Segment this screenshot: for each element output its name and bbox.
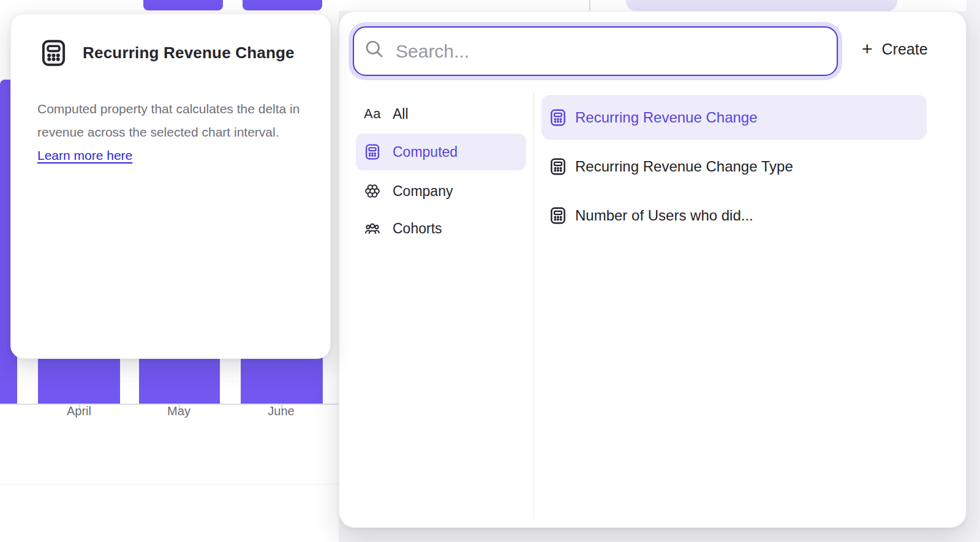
- property-picker-panel: + Create Aa All Computed Company Cohorts…: [339, 11, 967, 528]
- cohorts-icon: [364, 220, 381, 237]
- plus-icon: +: [862, 40, 873, 58]
- result-item-recurring-revenue-change-type[interactable]: Recurring Revenue Change Type: [541, 144, 927, 189]
- chart-bar-truncated-top: [143, 0, 223, 10]
- tooltip-description: Computed property that calculates the de…: [37, 97, 304, 167]
- calculator-icon: [549, 108, 567, 127]
- result-label: Recurring Revenue Change Type: [575, 158, 793, 175]
- x-axis-label: June: [238, 404, 324, 418]
- search-input-focus-ring: [349, 22, 842, 80]
- calculator-icon: [549, 206, 567, 225]
- result-label: Number of Users who did...: [575, 207, 753, 224]
- panel-divider: [533, 91, 534, 519]
- x-axis-label: May: [136, 404, 222, 418]
- property-tooltip-card: Recurring Revenue Change Computed proper…: [10, 13, 331, 359]
- text-aa-icon: Aa: [364, 105, 381, 122]
- filter-item-cohorts[interactable]: Cohorts: [356, 210, 526, 247]
- top-right-highlighted-item-remnant: [626, 0, 897, 11]
- filter-item-all[interactable]: Aa All: [356, 96, 526, 132]
- chart-bar: [139, 354, 220, 404]
- filter-item-company[interactable]: Company: [356, 173, 526, 209]
- chart-bar-truncated-top: [243, 0, 322, 10]
- filter-label: All: [393, 106, 409, 122]
- chart-bar: [241, 354, 323, 404]
- create-button[interactable]: + Create: [857, 36, 933, 62]
- filter-item-computed[interactable]: Computed: [356, 134, 526, 170]
- calculator-icon: [549, 157, 567, 176]
- filter-label: Company: [393, 183, 453, 200]
- company-icon: [364, 183, 381, 200]
- overlay-divider-remnant: [589, 0, 590, 10]
- gridline: [0, 484, 339, 484]
- tooltip-header: Recurring Revenue Change: [39, 39, 295, 67]
- calculator-icon: [39, 39, 68, 67]
- result-item-recurring-revenue-change[interactable]: Recurring Revenue Change: [541, 95, 927, 140]
- filter-label: Computed: [393, 144, 458, 160]
- x-axis-label: April: [36, 404, 122, 418]
- create-button-label: Create: [882, 40, 928, 58]
- learn-more-link[interactable]: Learn more here: [37, 148, 132, 162]
- chart-bar: [38, 354, 120, 404]
- filter-label: Cohorts: [393, 220, 442, 237]
- tooltip-description-text: Computed property that calculates the de…: [37, 102, 300, 139]
- result-item-number-of-users[interactable]: Number of Users who did...: [541, 193, 927, 238]
- search-input[interactable]: [353, 26, 838, 76]
- calculator-icon: [364, 143, 381, 160]
- tooltip-title: Recurring Revenue Change: [83, 43, 295, 62]
- result-label: Recurring Revenue Change: [575, 109, 758, 126]
